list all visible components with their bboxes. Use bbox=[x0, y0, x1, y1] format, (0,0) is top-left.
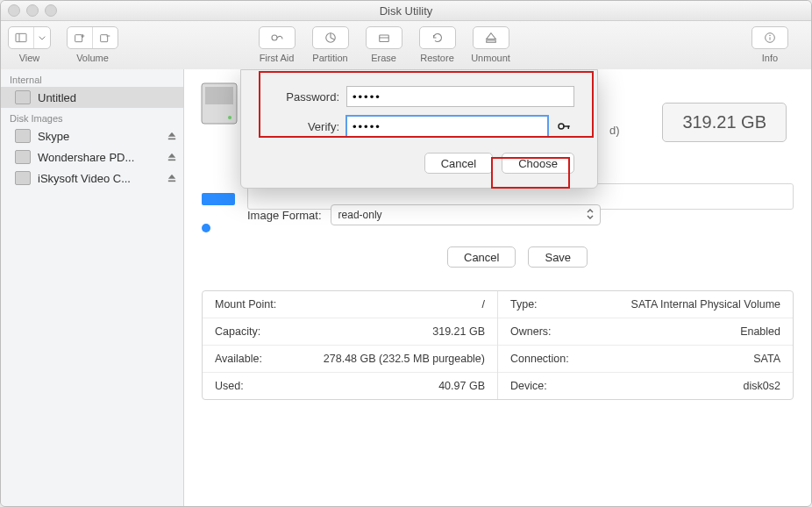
sidebar-item-label: iSkysoft Video C... bbox=[38, 172, 131, 185]
sidebar-header-internal: Internal bbox=[1, 69, 183, 87]
svg-marker-22 bbox=[168, 175, 175, 179]
sheet-cancel-button[interactable]: Cancel bbox=[447, 246, 516, 268]
image-format-value: read-only bbox=[338, 209, 382, 221]
svg-marker-20 bbox=[168, 154, 175, 158]
svg-marker-18 bbox=[168, 132, 175, 137]
info-row: Type:SATA Internal Physical Volume bbox=[498, 291, 793, 318]
svg-marker-13 bbox=[486, 33, 495, 39]
volume-big-icon bbox=[200, 82, 239, 125]
info-group: Info bbox=[751, 25, 788, 63]
info-button[interactable] bbox=[752, 27, 787, 48]
legend-dot bbox=[202, 224, 210, 232]
svg-point-27 bbox=[559, 124, 564, 129]
svg-point-7 bbox=[272, 35, 277, 40]
svg-point-26 bbox=[228, 116, 231, 119]
modal-choose-button[interactable]: Choose bbox=[502, 153, 574, 174]
toolbar-center: First Aid Partition Erase Restore Unmoun… bbox=[253, 25, 515, 63]
sidebar-item-untitled[interactable]: Untitled bbox=[1, 87, 183, 108]
password-label: Password: bbox=[264, 90, 339, 104]
sheet-buttons: Cancel Save bbox=[447, 246, 588, 268]
partition-label: Partition bbox=[312, 53, 347, 63]
svg-rect-14 bbox=[486, 40, 495, 42]
volume-remove-button[interactable] bbox=[93, 27, 118, 48]
eject-icon[interactable] bbox=[167, 132, 176, 140]
svg-point-17 bbox=[770, 35, 771, 36]
svg-rect-29 bbox=[568, 125, 570, 129]
unmount-label: Unmount bbox=[471, 53, 510, 63]
info-row: Owners:Enabled bbox=[498, 318, 793, 346]
first-aid-button[interactable] bbox=[259, 26, 296, 49]
truncated-subtitle: d) bbox=[609, 124, 620, 137]
verify-label: Verify: bbox=[264, 120, 339, 133]
main-pane: d) 319.21 GB Image Format: read-only Can… bbox=[184, 69, 811, 506]
info-col-right: Type:SATA Internal Physical Volume Owner… bbox=[498, 291, 793, 399]
view-dropdown-button[interactable] bbox=[34, 27, 50, 48]
svg-line-10 bbox=[331, 38, 335, 39]
restore-label: Restore bbox=[420, 53, 454, 63]
usage-bar-used-segment bbox=[202, 193, 235, 205]
disk-icon bbox=[15, 150, 31, 164]
sidebar-item-label: Untitled bbox=[38, 91, 76, 104]
sidebar-item-label: Skype bbox=[38, 130, 69, 143]
body: Internal Untitled Disk Images Skype Wond… bbox=[1, 69, 811, 506]
info-row: Capacity:319.21 GB bbox=[203, 318, 497, 346]
svg-rect-0 bbox=[16, 33, 26, 41]
minimize-button[interactable] bbox=[26, 4, 39, 17]
info-row: Used:40.97 GB bbox=[203, 373, 497, 399]
toolbar: View Volume First Aid Partition Erase Re… bbox=[1, 21, 811, 75]
info-row: Mount Point:/ bbox=[203, 291, 497, 318]
sidebar-header-disk-images: Disk Images bbox=[1, 108, 183, 125]
volume-label: Volume bbox=[76, 53, 109, 63]
verify-input[interactable] bbox=[346, 116, 548, 137]
svg-rect-19 bbox=[168, 139, 175, 140]
info-label: Info bbox=[762, 53, 778, 63]
password-input[interactable] bbox=[346, 86, 574, 107]
image-format-label: Image Format: bbox=[247, 209, 322, 222]
disk-icon bbox=[15, 129, 31, 143]
view-label: View bbox=[19, 53, 40, 63]
image-format-select[interactable]: read-only bbox=[331, 204, 601, 225]
first-aid-label: First Aid bbox=[260, 53, 295, 63]
info-table: Mount Point:/ Capacity:319.21 GB Availab… bbox=[202, 290, 794, 400]
disk-icon bbox=[15, 90, 31, 104]
key-assistant-button[interactable] bbox=[553, 116, 574, 137]
info-row: Device:disk0s2 bbox=[498, 373, 793, 399]
svg-rect-25 bbox=[205, 87, 233, 104]
key-icon bbox=[556, 118, 572, 134]
chevron-up-down-icon bbox=[586, 208, 595, 220]
window-title: Disk Utility bbox=[380, 4, 433, 18]
svg-rect-11 bbox=[379, 35, 388, 42]
window: Disk Utility View Volume First Aid Parti… bbox=[0, 0, 812, 507]
sidebar-item-wondershare[interactable]: Wondershare PD... bbox=[1, 146, 183, 168]
close-button[interactable] bbox=[8, 4, 20, 17]
svg-rect-21 bbox=[168, 160, 175, 161]
view-group: View bbox=[8, 25, 51, 63]
eject-icon[interactable] bbox=[167, 174, 176, 182]
disk-icon bbox=[15, 171, 31, 185]
sidebar-item-label: Wondershare PD... bbox=[38, 151, 134, 164]
volume-group: Volume bbox=[67, 25, 118, 63]
sidebar-item-iskysoft[interactable]: iSkysoft Video C... bbox=[1, 168, 183, 189]
svg-rect-23 bbox=[168, 181, 175, 182]
sidebar-item-skype[interactable]: Skype bbox=[1, 125, 183, 146]
titlebar: Disk Utility bbox=[1, 1, 811, 21]
zoom-button[interactable] bbox=[45, 4, 57, 17]
unmount-button[interactable] bbox=[473, 26, 509, 49]
size-badge: 319.21 GB bbox=[662, 103, 787, 142]
view-sidebar-button[interactable] bbox=[9, 27, 34, 48]
image-format-row: Image Format: read-only bbox=[247, 204, 601, 225]
sheet-save-button[interactable]: Save bbox=[528, 246, 588, 268]
traffic-lights bbox=[8, 4, 57, 17]
info-col-left: Mount Point:/ Capacity:319.21 GB Availab… bbox=[203, 291, 498, 399]
password-modal: Password: Verify: Cancel Choose bbox=[240, 69, 598, 189]
info-row: Available:278.48 GB (232.5 MB purgeable) bbox=[203, 346, 497, 373]
volume-add-button[interactable] bbox=[68, 27, 93, 48]
restore-button[interactable] bbox=[419, 26, 456, 49]
sidebar: Internal Untitled Disk Images Skype Wond… bbox=[1, 69, 184, 506]
erase-button[interactable] bbox=[366, 26, 402, 49]
modal-cancel-button[interactable]: Cancel bbox=[424, 153, 493, 174]
erase-label: Erase bbox=[371, 53, 396, 63]
info-row: Connection:SATA bbox=[498, 346, 793, 373]
eject-icon[interactable] bbox=[167, 153, 176, 161]
partition-button[interactable] bbox=[312, 26, 349, 49]
